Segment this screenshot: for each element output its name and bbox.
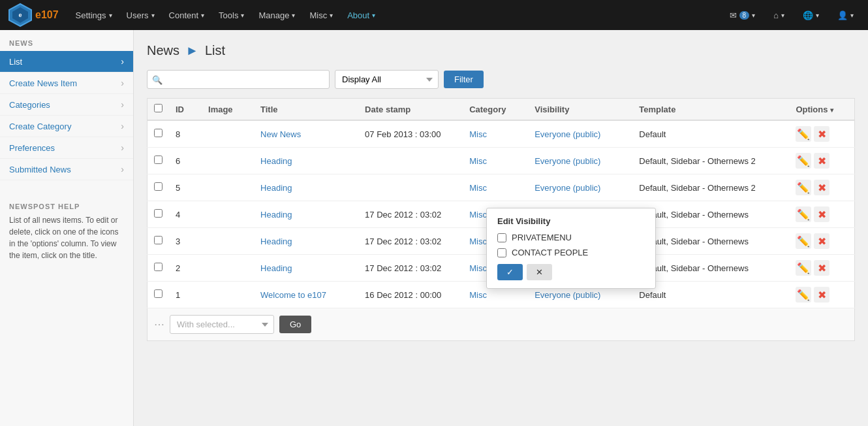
delete-icon: ✖ xyxy=(818,235,826,248)
dots-icon[interactable]: ⋯ xyxy=(154,318,164,331)
title-link[interactable]: Heading xyxy=(260,183,292,193)
nav-misc[interactable]: Misc ▾ xyxy=(303,7,339,24)
globe-button[interactable]: 🌐 ▾ xyxy=(796,7,826,24)
sidebar-item-categories[interactable]: Categories › xyxy=(0,94,133,116)
row-checkbox[interactable] xyxy=(154,129,163,137)
user-button[interactable]: 👤 ▾ xyxy=(831,7,860,24)
edit-button[interactable]: ✏️ xyxy=(796,126,811,142)
visibility-link[interactable]: Everyone (public) xyxy=(535,156,600,166)
filter-button[interactable]: Filter xyxy=(444,71,484,88)
row-title: Welcome to e107 xyxy=(254,282,358,308)
with-selected-select[interactable]: With selected... Delete Selected Publish… xyxy=(170,315,274,334)
edit-button[interactable]: ✏️ xyxy=(796,180,811,195)
table-row: 8 New News 07 Feb 2013 : 03:00 Misc Ever… xyxy=(147,120,855,148)
title-link[interactable]: Heading xyxy=(260,263,292,273)
row-id: 5 xyxy=(169,174,202,201)
row-checkbox[interactable] xyxy=(154,289,163,298)
privatemenu-label: PRIVATEMENU xyxy=(512,233,572,242)
delete-button[interactable]: ✖ xyxy=(814,153,829,169)
title-link[interactable]: Heading xyxy=(260,210,292,220)
visibility-link[interactable]: Everyone (public) xyxy=(535,183,600,193)
nav-about[interactable]: About ▾ xyxy=(341,7,382,24)
title-link[interactable]: Heading xyxy=(260,237,292,246)
search-input[interactable] xyxy=(147,70,330,89)
category-link[interactable]: Misc xyxy=(469,156,487,166)
popup-confirm-button[interactable]: ✓ xyxy=(497,264,523,280)
nav-manage[interactable]: Manage ▾ xyxy=(252,7,302,24)
email-button[interactable]: ✉ 8 ▾ xyxy=(723,7,762,24)
chevron-right-icon: › xyxy=(121,56,124,67)
nav-settings[interactable]: Settings ▾ xyxy=(69,7,119,24)
globe-icon: 🌐 xyxy=(803,10,813,20)
edit-button[interactable]: ✏️ xyxy=(796,260,811,276)
display-select[interactable]: Display All Display Published Display Un… xyxy=(335,70,439,89)
sidebar-item-submitted-news[interactable]: Submitted News › xyxy=(0,159,133,180)
go-button[interactable]: Go xyxy=(279,316,311,333)
sidebar-item-create-category[interactable]: Create Category › xyxy=(0,116,133,137)
nav-tools[interactable]: Tools ▾ xyxy=(212,7,251,24)
category-link[interactable]: Misc xyxy=(469,237,487,246)
delete-icon: ✖ xyxy=(818,182,826,194)
logo[interactable]: e e107 xyxy=(8,3,59,27)
sidebar-item-create-news[interactable]: Create News Item › xyxy=(0,73,133,94)
delete-button[interactable]: ✖ xyxy=(814,233,829,249)
delete-button[interactable]: ✖ xyxy=(814,180,829,195)
filter-bar: 🔍 Display All Display Published Display … xyxy=(147,70,855,89)
nav-content[interactable]: Content ▾ xyxy=(163,7,211,24)
options-buttons: ✏️ ✖ xyxy=(796,126,848,142)
row-options: ✏️ ✖ xyxy=(789,174,854,201)
delete-button[interactable]: ✖ xyxy=(814,287,829,303)
edit-button[interactable]: ✏️ xyxy=(796,287,811,303)
privatemenu-checkbox[interactable] xyxy=(497,233,506,242)
edit-button[interactable]: ✏️ xyxy=(796,206,811,222)
delete-icon: ✖ xyxy=(818,128,826,140)
sidebar-item-preferences[interactable]: Preferences › xyxy=(0,137,133,159)
page-title: News ► List xyxy=(147,43,855,58)
row-title: Heading xyxy=(254,228,358,255)
visibility-link[interactable]: Everyone (public) xyxy=(535,129,600,139)
title-link[interactable]: Heading xyxy=(260,156,292,166)
row-template: Default, Sidebar - Othernews 2 xyxy=(632,148,789,174)
th-title: Title xyxy=(254,99,358,121)
title-link[interactable]: Welcome to e107 xyxy=(260,290,326,300)
category-link[interactable]: Misc xyxy=(469,183,487,193)
chevron-right-icon: › xyxy=(121,142,124,153)
edit-button[interactable]: ✏️ xyxy=(796,233,811,249)
th-id: ID xyxy=(169,99,202,121)
row-image xyxy=(202,255,254,282)
delete-button[interactable]: ✖ xyxy=(814,206,829,222)
home-icon: ⌂ xyxy=(773,10,779,20)
visibility-link[interactable]: Everyone (public) xyxy=(535,290,600,300)
edit-icon: ✏️ xyxy=(797,235,810,248)
row-checkbox[interactable] xyxy=(154,236,163,244)
delete-button[interactable]: ✖ xyxy=(814,260,829,276)
row-options: ✏️ ✖ xyxy=(789,148,854,174)
title-link[interactable]: New News xyxy=(260,129,301,139)
sidebar-item-list[interactable]: List › xyxy=(0,51,133,73)
category-link[interactable]: Misc xyxy=(469,290,487,300)
logo-icon: e xyxy=(8,3,33,27)
category-link[interactable]: Misc xyxy=(469,129,487,139)
row-visibility: Everyone (public) xyxy=(528,120,632,148)
row-checkbox[interactable] xyxy=(154,156,163,164)
select-all-checkbox[interactable] xyxy=(154,104,163,112)
contact-people-checkbox[interactable] xyxy=(497,248,506,257)
row-title: Heading xyxy=(254,201,358,228)
row-checkbox[interactable] xyxy=(154,209,163,218)
nav-users[interactable]: Users ▾ xyxy=(120,7,161,24)
row-image xyxy=(202,201,254,228)
category-link[interactable]: Misc xyxy=(469,210,487,220)
edit-visibility-popup: Edit Visibility PRIVATEMENU CONTACT PEOP… xyxy=(486,208,656,289)
row-checkbox[interactable] xyxy=(154,182,163,191)
home-button[interactable]: ⌂ ▾ xyxy=(767,7,791,24)
delete-button[interactable]: ✖ xyxy=(814,126,829,142)
popup-cancel-button[interactable]: ✕ xyxy=(527,264,552,280)
edit-button[interactable]: ✏️ xyxy=(796,153,811,169)
edit-icon: ✏️ xyxy=(797,289,810,301)
row-options: ✏️ ✖ xyxy=(789,255,854,282)
edit-icon: ✏️ xyxy=(797,182,810,194)
row-image xyxy=(202,228,254,255)
category-link[interactable]: Misc xyxy=(469,263,487,273)
row-checkbox[interactable] xyxy=(154,263,163,271)
row-image xyxy=(202,148,254,174)
